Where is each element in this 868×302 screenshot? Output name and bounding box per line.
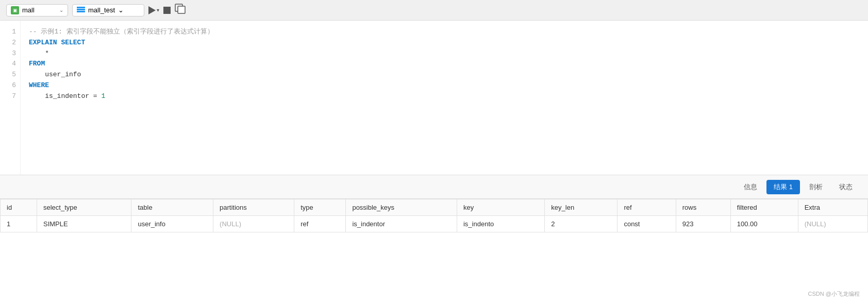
- main-content: 1 2 3 4 5 6 7 -- 示例1: 索引字段不能独立（索引字段进行了表达…: [0, 21, 868, 302]
- col-partitions: partitions: [213, 199, 294, 216]
- code-line-6: WHERE: [29, 80, 860, 91]
- col-table: table: [131, 199, 213, 216]
- svg-rect-2: [77, 11, 85, 12]
- toolbar: ▣ mall ⌄ mall_test ⌄ ▾: [0, 0, 868, 21]
- tab-result1[interactable]: 结果 1: [766, 180, 800, 194]
- code-line-1: -- 示例1: 索引字段不能独立（索引字段进行了表达式计算）: [29, 27, 860, 38]
- database-name: mall: [22, 6, 35, 14]
- line-numbers: 1 2 3 4 5 6 7: [0, 21, 21, 175]
- svg-rect-4: [178, 6, 185, 13]
- stop-button[interactable]: [163, 7, 171, 14]
- watermark: CSDN @小飞龙编程: [808, 290, 860, 298]
- table-selector[interactable]: mall_test ⌄: [72, 4, 144, 16]
- cell-key: is_indento: [457, 216, 544, 232]
- cell-extra: (NULL): [798, 216, 867, 232]
- cell-key-len: 2: [545, 216, 617, 232]
- cell-id: 1: [1, 216, 37, 232]
- code-line-2: EXPLAIN SELECT: [29, 38, 860, 48]
- database-chevron-icon: ⌄: [59, 7, 63, 13]
- col-select-type: select_type: [37, 199, 131, 216]
- table-header-row: id select_type table partitions type pos…: [1, 199, 868, 216]
- cell-select-type: SIMPLE: [37, 216, 131, 232]
- cell-partitions: (NULL): [213, 216, 294, 232]
- col-ref: ref: [617, 199, 676, 216]
- table-chevron-icon: ⌄: [118, 6, 124, 14]
- col-type: type: [294, 199, 346, 216]
- tab-info[interactable]: 信息: [737, 180, 764, 194]
- tab-analysis[interactable]: 剖析: [802, 180, 830, 194]
- col-possible-keys: possible_keys: [346, 199, 457, 216]
- svg-rect-1: [77, 9, 85, 10]
- database-selector[interactable]: ▣ mall ⌄: [6, 4, 68, 16]
- sql-editor[interactable]: 1 2 3 4 5 6 7 -- 示例1: 索引字段不能独立（索引字段进行了表达…: [0, 21, 868, 175]
- run-dropdown-icon: ▾: [157, 7, 159, 13]
- results-table: id select_type table partitions type pos…: [0, 199, 868, 232]
- col-filtered: filtered: [730, 199, 798, 216]
- col-key-len: key_len: [545, 199, 617, 216]
- cell-table: user_info: [131, 216, 213, 232]
- code-content[interactable]: -- 示例1: 索引字段不能独立（索引字段进行了表达式计算） EXPLAIN S…: [21, 21, 868, 175]
- code-line-3: *: [29, 48, 860, 59]
- run-button[interactable]: ▾: [148, 6, 159, 14]
- code-line-4: FROM: [29, 59, 860, 70]
- copy-button[interactable]: [175, 4, 186, 16]
- cell-possible-keys: is_indentor: [346, 216, 457, 232]
- cell-ref: const: [617, 216, 676, 232]
- table-name: mall_test: [88, 6, 115, 14]
- table-icon: [77, 6, 85, 14]
- run-triangle-icon: [148, 6, 156, 14]
- col-key: key: [457, 199, 544, 216]
- tabs-bar: 信息 结果 1 剖析 状态: [0, 175, 868, 199]
- col-id: id: [1, 199, 37, 216]
- results-area[interactable]: id select_type table partitions type pos…: [0, 199, 868, 302]
- col-extra: Extra: [798, 199, 867, 216]
- table-row: 1 SIMPLE user_info (NULL) ref is_indento…: [1, 216, 868, 232]
- tab-status[interactable]: 状态: [832, 180, 860, 194]
- code-line-5: user_info: [29, 70, 860, 80]
- database-icon: ▣: [11, 6, 19, 14]
- cell-rows: 923: [676, 216, 730, 232]
- cell-type: ref: [294, 216, 346, 232]
- col-rows: rows: [676, 199, 730, 216]
- svg-rect-0: [77, 7, 85, 8]
- cell-filtered: 100.00: [730, 216, 798, 232]
- code-line-7: is_indentor = 1: [29, 91, 860, 102]
- bottom-section: 信息 结果 1 剖析 状态 id select_type table parti…: [0, 175, 868, 302]
